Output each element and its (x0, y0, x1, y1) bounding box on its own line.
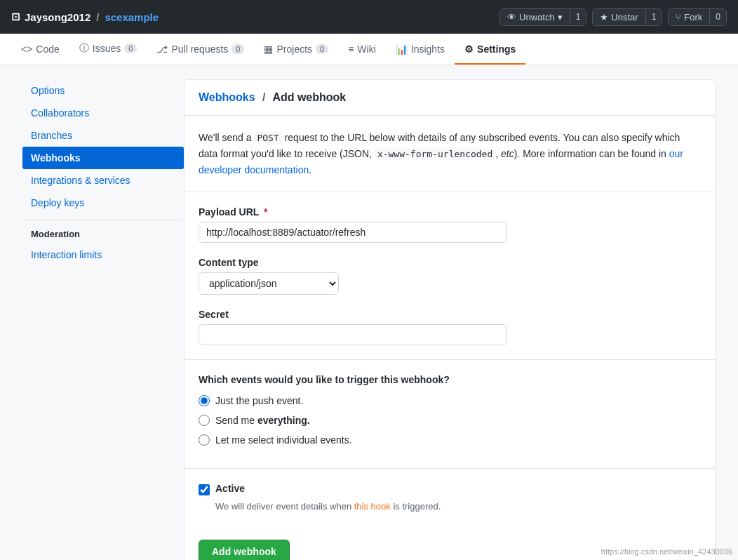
radio-individual-input[interactable] (199, 434, 210, 446)
star-group: ★ Unstar 1 (592, 8, 662, 26)
projects-icon: ▦ (264, 44, 273, 55)
issues-icon: ⓘ (79, 42, 89, 55)
nav-projects[interactable]: ▦ Projects 0 (254, 35, 338, 65)
radio-push-label: Just the push event. (215, 395, 303, 406)
content-type-select[interactable]: application/json application/x-www-form-… (199, 272, 339, 295)
repo-icon: ⊡ (11, 11, 20, 23)
watch-button[interactable]: 👁 Unwatch ▾ (500, 9, 570, 25)
urlencoded-code: x-www-form-urlencoded (375, 148, 495, 160)
repo-title: ⊡ Jaysong2012 / scexample (11, 11, 159, 23)
sidebar-item-deploy-keys[interactable]: Deploy keys (22, 192, 184, 214)
pulls-badge: 0 (232, 44, 244, 54)
fork-icon: ⑂ (676, 12, 681, 22)
projects-badge: 0 (316, 44, 328, 54)
repo-nav: <> Code ⓘ Issues 0 ⎇ Pull requests 0 ▦ P… (0, 34, 738, 65)
watch-group: 👁 Unwatch ▾ 1 (499, 8, 586, 26)
code-icon: <> (21, 44, 32, 55)
radio-everything-label: Send me everything. (215, 415, 310, 426)
nav-insights[interactable]: 📊 Insights (386, 35, 455, 65)
post-code: POST (254, 132, 281, 144)
sidebar-item-collaborators[interactable]: Collaborators (22, 102, 184, 124)
org-name[interactable]: Jaysong2012 (25, 11, 90, 23)
add-webhook-button[interactable]: Add webhook (199, 540, 290, 560)
star-icon: ★ (600, 12, 608, 22)
radio-everything-input[interactable] (199, 415, 210, 426)
payload-url-group: Payload URL * (199, 206, 701, 243)
moderation-section-title: Moderation (22, 220, 184, 244)
hook-link[interactable]: this hook (354, 501, 391, 512)
sidebar-item-interaction-limits[interactable]: Interaction limits (22, 244, 184, 266)
star-button[interactable]: ★ Unstar (593, 9, 645, 25)
payload-url-label: Payload URL * (199, 206, 701, 218)
fork-button[interactable]: ⑂ Fork (669, 9, 709, 25)
sidebar-item-integrations[interactable]: Integrations & services (22, 169, 184, 192)
form-fields: Payload URL * Content type application/j… (184, 192, 715, 360)
required-marker: * (264, 206, 267, 218)
chevron-down-icon: ▾ (558, 12, 563, 22)
wiki-icon: ≡ (348, 44, 354, 55)
radio-push-only[interactable]: Just the push event. (199, 395, 701, 406)
active-row: Active (199, 483, 701, 495)
payload-url-input[interactable] (199, 222, 507, 243)
nav-settings[interactable]: ⚙ Settings (455, 35, 525, 65)
content-type-label: Content type (199, 257, 701, 268)
content-type-group: Content type application/json applicatio… (199, 257, 701, 295)
active-label: Active (215, 483, 245, 494)
events-question: Which events would you like to trigger t… (199, 374, 701, 385)
repo-actions: 👁 Unwatch ▾ 1 ★ Unstar 1 ⑂ Fork 0 (499, 8, 727, 26)
active-section: Active We will deliver event details whe… (184, 469, 715, 526)
breadcrumb: Webhooks / Add webhook (184, 80, 715, 116)
description-section: We'll send a POST request to the URL bel… (184, 116, 715, 192)
sidebar-item-branches[interactable]: Branches (22, 124, 184, 147)
repo-name[interactable]: scexample (105, 11, 159, 23)
content-area: Webhooks / Add webhook We'll send a POST… (184, 79, 716, 560)
topbar: ⊡ Jaysong2012 / scexample 👁 Unwatch ▾ 1 … (0, 0, 738, 34)
nav-code[interactable]: <> Code (11, 35, 69, 65)
active-checkbox[interactable] (199, 484, 210, 495)
radio-individual[interactable]: Let me select individual events. (199, 434, 701, 446)
secret-input[interactable] (199, 324, 507, 345)
radio-individual-label: Let me select individual events. (215, 434, 352, 446)
fork-count: 0 (709, 9, 726, 25)
description-text: We'll send a POST request to the URL bel… (199, 130, 701, 178)
star-count: 1 (645, 9, 662, 25)
events-section: Which events would you like to trigger t… (184, 360, 715, 469)
settings-icon: ⚙ (464, 44, 474, 55)
eye-icon: 👁 (507, 12, 516, 22)
active-description: We will deliver event details when this … (215, 501, 701, 512)
watermark: https://blog.csdn.net/weixin_42430036 (601, 547, 732, 556)
secret-label: Secret (199, 309, 701, 320)
breadcrumb-parent[interactable]: Webhooks (199, 91, 255, 103)
watch-count: 1 (570, 9, 586, 25)
fork-group: ⑂ Fork 0 (668, 8, 727, 26)
sidebar-item-webhooks[interactable]: Webhooks (22, 147, 184, 169)
breadcrumb-separator: / (262, 91, 265, 103)
secret-group: Secret (199, 309, 701, 345)
sidebar-item-options[interactable]: Options (22, 79, 184, 102)
radio-everything[interactable]: Send me everything. (199, 415, 701, 426)
nav-issues[interactable]: ⓘ Issues 0 (69, 34, 147, 65)
insights-icon: 📊 (396, 44, 408, 55)
nav-wiki[interactable]: ≡ Wiki (338, 35, 386, 65)
issues-badge: 0 (124, 44, 137, 53)
breadcrumb-current: Add webhook (272, 91, 346, 103)
pullrequest-icon: ⎇ (156, 44, 168, 55)
main-layout: Options Collaborators Branches Webhooks … (11, 79, 727, 560)
nav-pulls[interactable]: ⎇ Pull requests 0 (147, 35, 254, 65)
radio-push-input[interactable] (199, 395, 210, 406)
slash-separator: / (96, 11, 99, 23)
sidebar: Options Collaborators Branches Webhooks … (22, 79, 184, 560)
